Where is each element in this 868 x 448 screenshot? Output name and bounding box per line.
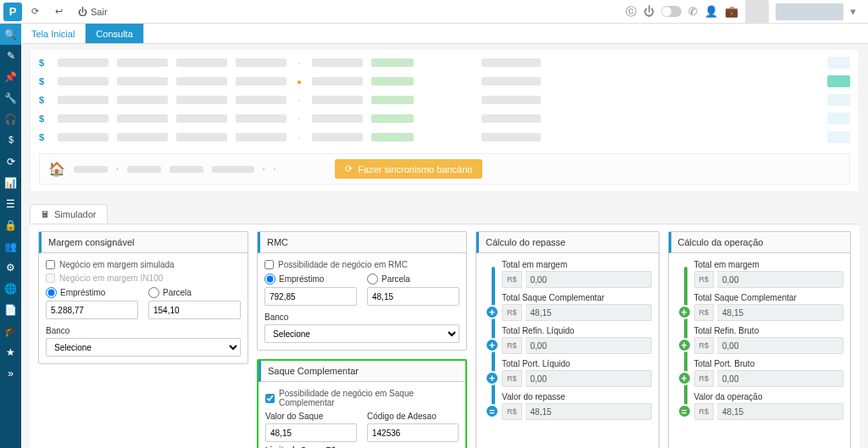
- sidebar-dollar-icon[interactable]: ＄: [0, 130, 21, 151]
- calc-value: 0,00: [717, 370, 843, 387]
- input-margem-emprestimo[interactable]: [46, 301, 138, 319]
- user-icon[interactable]: 👤: [704, 5, 718, 18]
- radio-emprestimo[interactable]: Empréstimo: [46, 287, 138, 298]
- select-margem-banco[interactable]: Selecione: [46, 338, 241, 357]
- tab-simulador[interactable]: 🖩 Simulador: [30, 204, 108, 224]
- sidebar-pin-icon[interactable]: 📌: [0, 66, 21, 87]
- table-row: $ ·: [31, 91, 859, 109]
- logout-button[interactable]: ⏻ Sair: [71, 2, 114, 22]
- phone-icon[interactable]: ✆: [688, 5, 698, 18]
- app-logo[interactable]: P: [3, 3, 22, 21]
- row-action[interactable]: [827, 75, 850, 87]
- input-margem-parcela[interactable]: [148, 301, 241, 319]
- radio-rmc-emp-input[interactable]: [264, 274, 275, 285]
- rmc-banco-label: Banco: [264, 312, 459, 322]
- calc-label: Total Refin. Bruto: [694, 326, 844, 335]
- refresh-button[interactable]: ⟳: [24, 2, 46, 22]
- radio-emprestimo-input[interactable]: [46, 287, 57, 298]
- row-action[interactable]: [827, 113, 850, 124]
- sidebar-file-icon[interactable]: 📄: [0, 299, 21, 320]
- calc-label: Total em margem: [502, 260, 652, 269]
- row-action[interactable]: [827, 131, 850, 143]
- calc-value: 0,00: [526, 271, 652, 288]
- chk-saque-input[interactable]: [265, 394, 275, 403]
- radio-parcela-input[interactable]: [148, 287, 159, 298]
- radio-rmc-emprestimo[interactable]: Empréstimo: [264, 274, 357, 285]
- house-icon: 🏠: [48, 161, 65, 177]
- plus-icon: +: [485, 338, 499, 352]
- tab-consulta[interactable]: Consulta: [86, 24, 143, 43]
- sidebar-sliders-icon[interactable]: ⚙: [0, 257, 21, 278]
- sidebar-users-icon[interactable]: 👥: [0, 235, 21, 257]
- sidebar-globe-icon[interactable]: 🌐: [0, 278, 21, 299]
- radio-rmc-parc-input[interactable]: [367, 274, 378, 285]
- margem-title: Margem consignável: [39, 232, 248, 253]
- plus-icon: +: [677, 305, 692, 319]
- calc-value: 0,00: [526, 337, 652, 354]
- table-row: $ ●: [31, 72, 859, 91]
- rmc-title: RMC: [258, 232, 466, 253]
- dollar-icon: $: [39, 95, 49, 105]
- sidebar-list-icon[interactable]: ☰: [0, 193, 21, 214]
- calc-label: Total Refin. Líquido: [502, 326, 652, 335]
- sidebar-search-icon[interactable]: 🔍: [0, 24, 21, 45]
- sidebar-wrench-icon[interactable]: 🔧: [0, 87, 21, 108]
- calc-label: Valor do repasse: [502, 392, 652, 401]
- calc-label: Total em margem: [694, 260, 844, 269]
- calc-value: 0,00: [717, 271, 843, 288]
- theme-toggle[interactable]: [661, 6, 682, 17]
- sidebar-lock-icon[interactable]: 🔒: [0, 214, 21, 235]
- dollar-icon: $: [39, 58, 49, 68]
- chk-rmc-input[interactable]: [264, 260, 274, 269]
- sidebar-grad-icon[interactable]: 🎓: [0, 320, 21, 341]
- top-toolbar-left: P ⟳ ↩ ⏻ Sair: [3, 2, 114, 22]
- sidebar-edit-icon[interactable]: ✎: [0, 45, 21, 66]
- chk-saque[interactable]: Possibilidade de negócio em Saque Comple…: [265, 389, 459, 407]
- row-action[interactable]: [827, 57, 850, 69]
- calc-value: 0,00: [717, 337, 843, 354]
- input-rmc-emprestimo[interactable]: [264, 287, 357, 306]
- tab-home[interactable]: Tela Inicial: [21, 24, 86, 43]
- panel-repasse: Cálculo do repasse Total em margem R$0,0…: [476, 231, 659, 448]
- panel-saque: Saque Complementar Possibilidade de negó…: [257, 359, 467, 448]
- sidebar-collapse-icon[interactable]: »: [0, 362, 21, 384]
- circle-icon[interactable]: ⓒ: [626, 4, 637, 19]
- back-button[interactable]: ↩: [47, 2, 70, 22]
- radio-rmc-parcela[interactable]: Parcela: [367, 274, 459, 285]
- sidebar-refresh-icon[interactable]: ⟳: [0, 151, 21, 172]
- input-rmc-parcela[interactable]: [367, 287, 459, 306]
- sidebar-headset-icon[interactable]: 🎧: [0, 108, 21, 130]
- row-action[interactable]: [827, 94, 850, 106]
- power-icon[interactable]: ⏻: [643, 5, 654, 18]
- calc-value: 48,15: [526, 304, 652, 321]
- chk-rmc[interactable]: Possibilidade de negócio em RMC: [264, 260, 459, 269]
- saque-title: Saque Complementar: [259, 361, 465, 382]
- dollar-icon: $: [39, 113, 49, 124]
- briefcase-icon[interactable]: 💼: [725, 5, 738, 18]
- equals-icon: =: [485, 404, 499, 418]
- simulador-tabs: 🖩 Simulador: [30, 204, 860, 224]
- panels-grid: Margem consignável Negócio em margem sim…: [30, 224, 860, 448]
- sync-bank-button[interactable]: ⟳ Fazer sincronismo bancário: [335, 159, 482, 179]
- chk-margem-in100: Negócio em margem IN100: [46, 274, 241, 283]
- sidebar-chart-icon[interactable]: 📊: [0, 172, 21, 193]
- page-tabs: Tela Inicial Consulta: [21, 24, 868, 44]
- radio-parcela[interactable]: Parcela: [148, 287, 241, 298]
- sidebar-star-icon[interactable]: ★: [0, 341, 21, 362]
- chk-margem-simulada[interactable]: Negócio em margem simulada: [46, 260, 241, 269]
- chk-simulada-input[interactable]: [46, 260, 55, 269]
- codigo-adesao-label: Código de Adesao: [367, 412, 459, 421]
- input-codigo-adesao[interactable]: [367, 423, 459, 442]
- avatar[interactable]: [745, 0, 769, 24]
- sync-label: Fazer sincronismo bancário: [358, 164, 472, 174]
- input-valor-saque[interactable]: [265, 423, 357, 442]
- top-toolbar: P ⟳ ↩ ⏻ Sair ⓒ ⏻ ✆ 👤 💼 ▾: [0, 0, 868, 24]
- select-rmc-banco[interactable]: Selecione: [264, 324, 459, 343]
- panel-operacao: Cálculo da operação Total em margem R$0,…: [668, 231, 852, 448]
- chevron-down-icon[interactable]: ▾: [850, 5, 856, 18]
- banco-label: Banco: [46, 326, 241, 335]
- calculator-icon: 🖩: [41, 209, 50, 219]
- calc-label: Total Port. Líquido: [502, 359, 652, 368]
- calc-value: 0,00: [526, 370, 652, 387]
- dollar-icon: $: [39, 76, 49, 86]
